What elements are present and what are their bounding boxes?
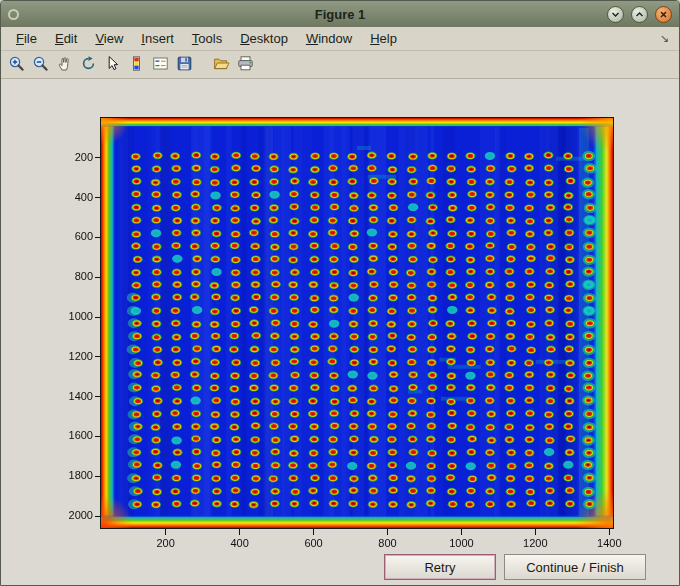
window-menu-icon[interactable] bbox=[8, 9, 19, 20]
y-tick-label: 600 bbox=[49, 230, 93, 242]
pan-button[interactable] bbox=[53, 53, 76, 76]
toolbar-separator bbox=[197, 51, 209, 78]
menu-desktop[interactable]: Desktop bbox=[231, 28, 297, 49]
y-tick-label: 200 bbox=[49, 151, 93, 163]
menu-help[interactable]: Help bbox=[361, 28, 406, 49]
x-tick-mark bbox=[535, 529, 536, 535]
y-tick-label: 1400 bbox=[49, 390, 93, 402]
y-tick-label: 1600 bbox=[49, 429, 93, 441]
x-tick-mark bbox=[239, 529, 240, 535]
rotate-3d-icon bbox=[80, 55, 97, 75]
open-button[interactable] bbox=[210, 53, 233, 76]
print-button[interactable] bbox=[234, 53, 257, 76]
y-tick-mark bbox=[95, 237, 101, 238]
retry-button[interactable]: Retry bbox=[384, 554, 496, 580]
x-tick-label: 600 bbox=[292, 537, 336, 549]
print-icon bbox=[237, 55, 254, 75]
x-tick-label: 1000 bbox=[439, 537, 483, 549]
x-tick-label: 1400 bbox=[587, 537, 631, 549]
y-tick-label: 400 bbox=[49, 191, 93, 203]
x-tick-mark bbox=[609, 529, 610, 535]
window-title: Figure 1 bbox=[1, 7, 679, 22]
y-tick-label: 2000 bbox=[49, 509, 93, 521]
heatmap-image[interactable] bbox=[101, 118, 613, 528]
pan-icon bbox=[56, 55, 73, 75]
menubar: FileEditViewInsertToolsDesktopWindowHelp… bbox=[1, 27, 679, 51]
colorbar-icon bbox=[128, 55, 145, 75]
y-tick-label: 1200 bbox=[49, 350, 93, 362]
zoom-in-icon bbox=[8, 55, 25, 75]
rotate-3d-button[interactable] bbox=[77, 53, 100, 76]
y-tick-mark bbox=[95, 197, 101, 198]
colorbar-button[interactable] bbox=[125, 53, 148, 76]
y-tick-mark bbox=[95, 317, 101, 318]
continue-button[interactable]: Continue / Finish bbox=[504, 554, 646, 580]
y-tick-mark bbox=[95, 516, 101, 517]
y-tick-label: 800 bbox=[49, 270, 93, 282]
maximize-button[interactable] bbox=[631, 6, 648, 23]
y-tick-mark bbox=[95, 157, 101, 158]
x-tick-mark bbox=[313, 529, 314, 535]
menu-items: FileEditViewInsertToolsDesktopWindowHelp bbox=[7, 28, 406, 49]
titlebar[interactable]: Figure 1 bbox=[1, 1, 679, 27]
toolbar bbox=[1, 51, 679, 79]
menu-insert[interactable]: Insert bbox=[132, 28, 183, 49]
figure-canvas-area: 2004006008001000120014001600180020002004… bbox=[1, 79, 679, 585]
y-tick-label: 1800 bbox=[49, 469, 93, 481]
menubar-collapse-icon[interactable]: ↘ bbox=[660, 32, 673, 45]
y-tick-mark bbox=[95, 356, 101, 357]
insert-legend-button[interactable] bbox=[149, 53, 172, 76]
zoom-in-button[interactable] bbox=[5, 53, 28, 76]
open-icon bbox=[213, 55, 230, 75]
data-cursor-icon bbox=[104, 55, 121, 75]
x-tick-label: 400 bbox=[218, 537, 262, 549]
menu-edit[interactable]: Edit bbox=[46, 28, 86, 49]
x-tick-mark bbox=[387, 529, 388, 535]
menu-tools[interactable]: Tools bbox=[183, 28, 231, 49]
insert-legend-icon bbox=[152, 55, 169, 75]
menu-view[interactable]: View bbox=[86, 28, 132, 49]
close-button[interactable] bbox=[655, 6, 672, 23]
x-tick-label: 800 bbox=[365, 537, 409, 549]
x-tick-label: 200 bbox=[144, 537, 188, 549]
zoom-out-icon bbox=[32, 55, 49, 75]
x-tick-mark bbox=[461, 529, 462, 535]
window-controls bbox=[607, 6, 672, 23]
x-tick-label: 1200 bbox=[513, 537, 557, 549]
save-button[interactable] bbox=[173, 53, 196, 76]
y-tick-mark bbox=[95, 476, 101, 477]
data-cursor-button[interactable] bbox=[101, 53, 124, 76]
menu-window[interactable]: Window bbox=[297, 28, 361, 49]
menu-file[interactable]: File bbox=[7, 28, 46, 49]
axes: 2004006008001000120014001600180020002004… bbox=[101, 118, 613, 528]
zoom-out-button[interactable] bbox=[29, 53, 52, 76]
y-tick-mark bbox=[95, 436, 101, 437]
figure-window: Figure 1 FileEditViewInsertToolsDesktopW… bbox=[0, 0, 680, 586]
y-tick-label: 1000 bbox=[49, 310, 93, 322]
x-tick-mark bbox=[165, 529, 166, 535]
y-tick-mark bbox=[95, 396, 101, 397]
save-icon bbox=[176, 55, 193, 75]
y-tick-mark bbox=[95, 277, 101, 278]
minimize-button[interactable] bbox=[607, 6, 624, 23]
